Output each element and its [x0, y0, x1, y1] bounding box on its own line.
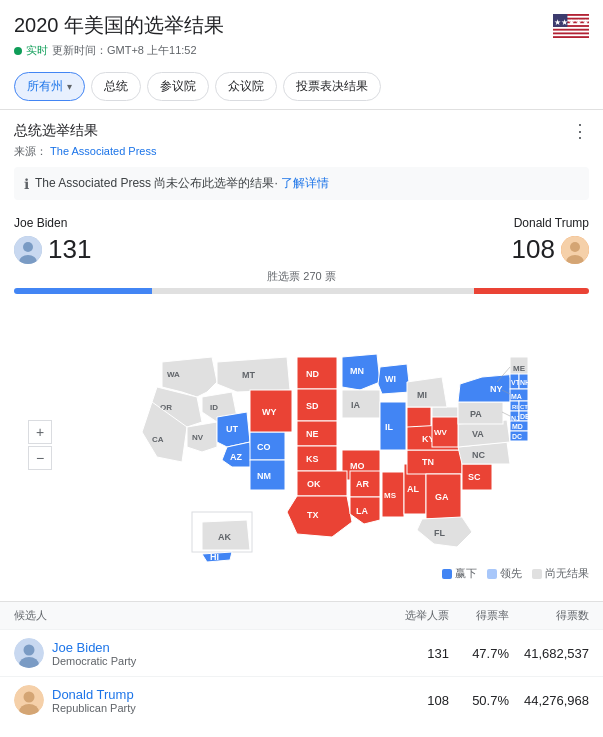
svg-text:SC: SC [468, 472, 481, 482]
trump-name-party: Donald Trump Republican Party [52, 687, 136, 714]
info-link[interactable]: 了解详情 [281, 176, 329, 190]
legend-won: 赢下 [442, 566, 477, 581]
info-banner: ℹ The Associated Press 尚未公布此选举的结果· 了解详情 [14, 167, 589, 200]
zoom-out-button[interactable]: − [28, 446, 52, 470]
legend-leading-dot [487, 569, 497, 579]
legend-won-dot [442, 569, 452, 579]
svg-text:AL: AL [407, 484, 419, 494]
table-header: 候选人 选举人票 得票率 得票数 [0, 602, 603, 629]
legend-no-result-dot [532, 569, 542, 579]
biden-ec-votes: 131 [389, 646, 449, 661]
svg-text:WV: WV [434, 428, 448, 437]
svg-text:KS: KS [306, 454, 319, 464]
trump-pct: 50.7% [449, 693, 509, 708]
svg-text:WI: WI [385, 374, 396, 384]
legend-no-result: 尚无结果 [532, 566, 589, 581]
svg-text:NH: NH [520, 379, 530, 386]
table-row-biden: Joe Biden Democratic Party 131 47.7% 41,… [0, 629, 603, 676]
zoom-in-button[interactable]: + [28, 420, 52, 444]
th-ec: 选举人票 [389, 608, 449, 623]
trump-party: Republican Party [52, 702, 136, 714]
trump-ec-votes: 108 [389, 693, 449, 708]
info-icon: ℹ [24, 176, 29, 192]
progress-bar [14, 288, 589, 294]
tab-ballot[interactable]: 投票表决结果 [283, 72, 381, 101]
svg-text:RI: RI [512, 404, 518, 410]
svg-text:TN: TN [422, 457, 434, 467]
zoom-controls: + − [28, 420, 52, 470]
th-pct: 得票率 [449, 608, 509, 623]
svg-text:MO: MO [350, 461, 365, 471]
results-table: 候选人 选举人票 得票率 得票数 Joe Biden Democratic Pa… [0, 601, 603, 723]
svg-rect-6 [553, 34, 589, 36]
tab-president[interactable]: 总统 [91, 72, 141, 101]
info-text: The Associated Press 尚未公布此选举的结果· 了解详情 [35, 175, 329, 192]
svg-text:MA: MA [511, 393, 522, 400]
biden-table-avatar [14, 638, 44, 668]
svg-point-13 [570, 242, 580, 252]
biden-score-row: 131 [14, 234, 91, 265]
live-label: 实时 [26, 43, 48, 58]
svg-text:AK: AK [218, 532, 231, 542]
trump-name: Donald Trump [514, 216, 589, 230]
tab-senate[interactable]: 参议院 [147, 72, 209, 101]
us-flag: ★★★★★★ [553, 14, 589, 38]
source-link[interactable]: The Associated Press [50, 145, 156, 157]
biden-table-name[interactable]: Joe Biden [52, 640, 136, 655]
svg-text:WY: WY [262, 407, 277, 417]
source-line: 来源： The Associated Press [14, 144, 589, 159]
svg-text:SD: SD [306, 401, 319, 411]
legend-row: 赢下 领先 尚无结果 [14, 562, 589, 587]
svg-text:HI: HI [210, 552, 219, 562]
table-row-trump: Donald Trump Republican Party 108 50.7% … [0, 676, 603, 723]
more-options-icon[interactable]: ⋮ [571, 120, 589, 142]
biden-candidate: Joe Biden 131 [14, 216, 91, 265]
svg-rect-61 [297, 471, 347, 496]
svg-marker-63 [287, 496, 352, 537]
svg-text:AZ: AZ [230, 452, 242, 462]
svg-point-10 [23, 242, 33, 252]
tab-all-states[interactable]: 所有州 ▾ [14, 72, 85, 101]
svg-text:NC: NC [472, 450, 485, 460]
svg-text:IA: IA [351, 400, 361, 410]
tab-house[interactable]: 众议院 [215, 72, 277, 101]
svg-point-125 [24, 692, 35, 703]
svg-text:TX: TX [307, 510, 319, 520]
live-indicator: 实时 更新时间：GMT+8 上午11:52 [14, 43, 589, 58]
svg-rect-73 [407, 450, 462, 474]
svg-rect-53 [380, 402, 406, 450]
svg-text:ID: ID [210, 403, 218, 412]
biden-info: Joe Biden Democratic Party [14, 638, 389, 668]
map-container: + − WA OR CA [14, 302, 589, 587]
svg-text:★★★★★★: ★★★★★★ [554, 18, 589, 27]
trump-score: 108 [512, 234, 555, 265]
svg-text:DC: DC [512, 433, 522, 440]
svg-rect-49 [342, 390, 380, 418]
svg-rect-5 [553, 31, 589, 33]
svg-text:PA: PA [470, 409, 482, 419]
trump-table-avatar [14, 685, 44, 715]
svg-marker-59 [407, 377, 447, 407]
trump-popular-votes: 44,276,968 [509, 693, 589, 708]
svg-text:CO: CO [257, 442, 271, 452]
svg-text:LA: LA [356, 506, 368, 516]
svg-text:NY: NY [490, 384, 503, 394]
svg-text:MT: MT [242, 370, 255, 380]
svg-text:ND: ND [306, 369, 319, 379]
biden-score: 131 [48, 234, 91, 265]
update-time: 更新时间：GMT+8 上午11:52 [52, 43, 197, 58]
map-svg-area: WA OR CA NV ID [14, 302, 589, 562]
chevron-down-icon: ▾ [67, 81, 72, 92]
trump-bar [474, 288, 589, 294]
trump-table-name[interactable]: Donald Trump [52, 687, 136, 702]
trump-candidate: Donald Trump 108 [512, 216, 589, 265]
header: 2020 年美国的选举结果 实时 更新时间：GMT+8 上午11:52 [0, 0, 603, 64]
section-title: 总统选举结果 [14, 122, 98, 140]
svg-text:NM: NM [257, 471, 271, 481]
svg-text:MD: MD [512, 423, 523, 430]
trump-info: Donald Trump Republican Party [14, 685, 389, 715]
svg-text:ME: ME [513, 364, 526, 373]
trump-score-row: 108 [512, 234, 589, 265]
svg-text:WA: WA [167, 370, 180, 379]
results-section: 总统选举结果 ⋮ 来源： The Associated Press ℹ The … [0, 110, 603, 601]
